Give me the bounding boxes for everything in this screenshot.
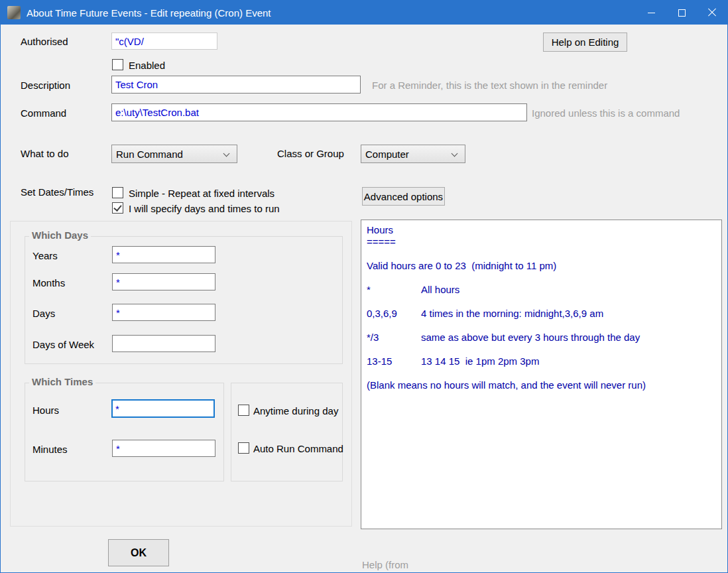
help-on-editing-button[interactable]: Help on Editing (543, 32, 627, 52)
days-of-week-label: Days of Week (32, 339, 94, 350)
authorised-label: Authorised (21, 36, 68, 47)
specify-days-times-checkbox[interactable] (112, 202, 123, 214)
years-input[interactable] (112, 246, 215, 263)
years-label: Years (32, 250, 58, 261)
maximize-button[interactable] (666, 1, 697, 25)
window-controls (636, 1, 727, 25)
enabled-label[interactable]: Enabled (129, 60, 165, 71)
hours-input[interactable] (111, 399, 215, 418)
enabled-checkbox[interactable] (112, 59, 123, 70)
chevron-down-icon (223, 151, 230, 157)
simple-repeat-label[interactable]: Simple - Repeat at fixed intervals (129, 188, 274, 199)
help-term: * (367, 284, 421, 296)
days-of-week-input[interactable] (112, 335, 215, 352)
help-source-caption: Help (from E:\JBCLMain\Help\ATCron.hlp) (362, 533, 499, 573)
app-icon (7, 6, 21, 19)
help-valid-line: Valid hours are 0 to 23 (midnight to 11 … (367, 260, 716, 272)
help-blank-note: (Blank means no hours will match, and th… (367, 379, 716, 391)
anytime-during-day-checkbox[interactable] (238, 405, 249, 416)
authorised-input[interactable] (111, 32, 217, 50)
minimize-button[interactable] (636, 1, 666, 25)
maximize-icon (678, 9, 686, 17)
titlebar[interactable]: About Time Future Events - Edit repeatin… (1, 1, 727, 25)
minutes-input[interactable] (112, 440, 215, 457)
auto-run-command-label[interactable]: Auto Run Command (253, 443, 343, 454)
set-dates-times-label: Set Dates/Times (21, 186, 93, 198)
help-term: */3 (367, 332, 421, 344)
specify-days-times-label[interactable]: I will specify days and times to run (129, 203, 280, 214)
anytime-during-day-label[interactable]: Anytime during day (253, 405, 338, 416)
help-term: 13-15 (367, 355, 421, 367)
what-to-do-value: Run Command (116, 149, 183, 160)
minimize-icon (648, 13, 655, 13)
which-times-group: Which Times (25, 383, 224, 481)
close-icon (707, 8, 717, 17)
time-options-group (231, 383, 343, 481)
description-hint: For a Reminder, this is the text shown i… (372, 80, 607, 91)
help-source-line1: Help (from (362, 558, 499, 571)
which-days-legend: Which Days (29, 229, 91, 241)
help-row: 13-15 13 14 15 ie 1pm 2pm 3pm (367, 355, 716, 367)
help-desc: 13 14 15 ie 1pm 2pm 3pm (421, 355, 539, 367)
help-desc: 4 times in the morning: midnight,3,6,9 a… (421, 308, 603, 320)
which-times-legend: Which Times (29, 376, 95, 387)
auto-run-command-checkbox[interactable] (238, 442, 249, 454)
dialog-window: About Time Future Events - Edit repeatin… (0, 0, 728, 573)
help-term: 0,3,6,9 (367, 308, 421, 320)
command-input[interactable] (111, 103, 527, 121)
chevron-down-icon (452, 151, 458, 157)
description-input[interactable] (111, 76, 361, 94)
help-row: */3 same as above but every 3 hours thro… (367, 332, 716, 344)
help-desc: All hours (421, 284, 459, 296)
months-label: Months (32, 277, 65, 288)
class-or-group-label: Class or Group (277, 148, 344, 159)
command-hint: Ignored unless this is a command (532, 107, 680, 119)
close-button[interactable] (697, 1, 727, 25)
months-input[interactable] (112, 273, 215, 290)
days-label: Days (32, 308, 55, 319)
help-title: Hours (367, 224, 716, 236)
what-to-do-label: What to do (21, 148, 69, 159)
help-underline: ===== (367, 236, 716, 248)
help-row: * All hours (367, 284, 716, 296)
hours-label: Hours (32, 405, 59, 416)
ok-button[interactable]: OK (108, 539, 169, 566)
minutes-label: Minutes (32, 444, 68, 455)
class-or-group-dropdown[interactable]: Computer (361, 145, 465, 163)
help-row: 0,3,6,9 4 times in the morning: midnight… (367, 308, 716, 320)
what-to-do-dropdown[interactable]: Run Command (111, 145, 237, 163)
help-desc: same as above but every 3 hours through … (421, 332, 640, 344)
simple-repeat-checkbox[interactable] (112, 187, 123, 198)
command-label: Command (21, 107, 66, 119)
window-title: About Time Future Events - Edit repeatin… (27, 7, 271, 19)
class-or-group-value: Computer (365, 149, 409, 160)
hours-help-panel: Hours ===== Valid hours are 0 to 23 (mid… (361, 220, 722, 529)
description-label: Description (21, 80, 70, 91)
days-input[interactable] (112, 304, 215, 321)
advanced-options-button[interactable]: Advanced options (362, 187, 445, 206)
